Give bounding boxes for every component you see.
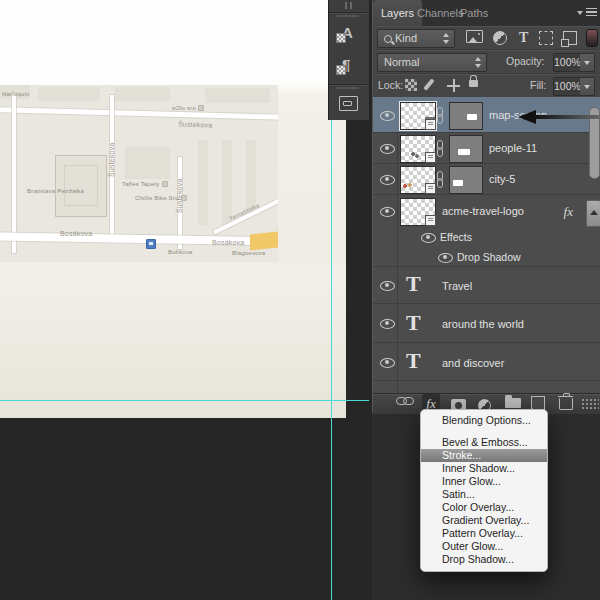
- filter-type-layers-icon[interactable]: T: [519, 31, 528, 45]
- lock-all-icon[interactable]: [469, 74, 478, 87]
- map-building: [55, 155, 107, 217]
- layer-row-city-5[interactable]: city-5: [373, 164, 600, 195]
- mask-link-icon[interactable]: [437, 140, 444, 157]
- collapse-effects-button[interactable]: [586, 200, 600, 227]
- layer-row-around-the-world[interactable]: T around the world: [373, 304, 600, 343]
- map-image-layer: Harlequin sOlo sro Šustekova Šustekova Š…: [0, 85, 278, 262]
- filter-smart-objects-icon[interactable]: [563, 31, 577, 45]
- layer-mask-thumbnail[interactable]: [449, 102, 483, 130]
- menu-item-color-overlay[interactable]: Color Overlay...: [421, 501, 547, 514]
- dock-divider: [329, 84, 369, 86]
- menu-item-bevel-emboss[interactable]: Bevel & Emboss...: [421, 436, 547, 449]
- layer-name[interactable]: acme-travel-logo: [442, 205, 524, 217]
- delete-layer-button[interactable]: [559, 394, 573, 410]
- document-canvas[interactable]: Harlequin sOlo sro Šustekova Šustekova Š…: [0, 0, 346, 418]
- visibility-eye-icon[interactable]: [380, 281, 395, 291]
- layer-thumbnail[interactable]: [400, 198, 436, 226]
- link-icon: [396, 397, 414, 405]
- layer-filter-row: Kind T: [373, 26, 600, 50]
- layer-mask-thumbnail[interactable]: [449, 135, 483, 163]
- menu-item-gradient-overlay[interactable]: Gradient Overlay...: [421, 514, 547, 527]
- menu-separator: [421, 427, 547, 436]
- lock-position-icon[interactable]: [447, 79, 460, 92]
- menu-item-inner-glow[interactable]: Inner Glow...: [421, 475, 547, 488]
- dropdown-arrows-icon: [475, 57, 482, 68]
- layer-fx-badge[interactable]: fx: [564, 204, 573, 220]
- visibility-eye-icon[interactable]: [380, 358, 395, 368]
- filter-toggle-switch[interactable]: [586, 29, 598, 47]
- mask-link-icon[interactable]: [437, 107, 444, 124]
- tab-paths[interactable]: Paths: [452, 0, 496, 26]
- visibility-eye-icon[interactable]: [421, 233, 436, 243]
- layer-name[interactable]: city-5: [489, 173, 515, 185]
- filter-kind-dropdown[interactable]: Kind: [377, 29, 455, 48]
- filter-shape-layers-icon[interactable]: [539, 31, 553, 45]
- filter-adjustment-layers-icon[interactable]: [493, 31, 507, 45]
- menu-item-outer-glow[interactable]: Outer Glow...: [421, 540, 547, 553]
- menu-item-pattern-overlay[interactable]: Pattern Overlay...: [421, 527, 547, 540]
- visibility-eye-icon[interactable]: [438, 253, 453, 263]
- effect-row-drop-shadow[interactable]: Drop Shadow: [373, 247, 600, 267]
- layer-thumbnail[interactable]: [400, 166, 436, 194]
- layer-name[interactable]: Travel: [442, 280, 472, 292]
- lock-transparent-pixels-icon[interactable]: [405, 79, 417, 91]
- opacity-value[interactable]: 100%: [553, 53, 581, 72]
- menu-item-blending-options[interactable]: Blending Options...: [421, 414, 547, 427]
- trash-icon: [559, 398, 573, 410]
- fill-dropdown-arrow[interactable]: [580, 77, 595, 96]
- annotation-arrow: [514, 105, 600, 129]
- map-road-left: [12, 93, 16, 253]
- layer-name[interactable]: and discover: [442, 357, 504, 369]
- paragraph-styles-panel-icon[interactable]: ¶: [342, 56, 350, 74]
- layer-name[interactable]: around the world: [442, 318, 524, 330]
- menu-item-satin[interactable]: Satin...: [421, 488, 547, 501]
- layer-row-and-discover[interactable]: T and discover: [373, 343, 600, 381]
- character-styles-panel-icon[interactable]: A: [342, 24, 353, 42]
- smart-object-badge-icon: [425, 152, 436, 163]
- panel-menu-icon[interactable]: [577, 8, 597, 18]
- layer-name[interactable]: people-11: [489, 142, 537, 154]
- map-label-building: Bratislava Petržalka: [27, 188, 84, 194]
- visibility-eye-icon[interactable]: [380, 207, 395, 217]
- layer-row-people-11[interactable]: people-11: [373, 133, 600, 164]
- lock-image-pixels-icon[interactable]: [427, 78, 431, 91]
- visibility-eye-icon[interactable]: [380, 175, 395, 185]
- transit-station-icon: [146, 239, 156, 249]
- mask-link-icon[interactable]: [437, 171, 444, 188]
- map-block: [198, 140, 208, 225]
- layer-thumbnail[interactable]: [400, 102, 436, 130]
- layer-row-travel[interactable]: T Travel: [373, 267, 600, 304]
- map-building-court: [64, 165, 98, 206]
- fill-value[interactable]: 100%: [553, 77, 581, 96]
- poi-marker-icon: [198, 105, 204, 111]
- smart-object-badge-icon: [425, 119, 436, 130]
- layer-row-acme-travel-logo[interactable]: acme-travel-logo fx: [373, 195, 600, 227]
- filter-pixel-layers-icon[interactable]: [466, 30, 483, 43]
- type-layer-icon: T: [406, 312, 421, 334]
- opacity-dropdown-arrow[interactable]: [580, 53, 595, 72]
- type-layer-icon: T: [406, 273, 421, 295]
- panel-resize-grip[interactable]: [581, 398, 599, 411]
- dock-grip-dots[interactable]: [337, 87, 361, 89]
- layer-thumbnail[interactable]: [400, 135, 436, 163]
- visibility-eye-icon[interactable]: [380, 319, 395, 329]
- visibility-eye-icon[interactable]: [380, 144, 395, 154]
- libraries-panel-icon[interactable]: [339, 96, 358, 111]
- layer-mask-thumbnail[interactable]: [449, 166, 483, 194]
- visibility-eye-icon[interactable]: [380, 111, 395, 121]
- dock-grip[interactable]: [344, 2, 354, 9]
- menu-item-inner-shadow[interactable]: Inner Shadow...: [421, 462, 547, 475]
- horizontal-guide[interactable]: [0, 400, 369, 401]
- vertical-guide[interactable]: [331, 120, 332, 600]
- blend-mode-dropdown[interactable]: Normal: [377, 53, 487, 72]
- panel-tab-bar: Layers Channels Paths: [373, 0, 600, 27]
- map-label-poi: Chillis Bike Sro: [135, 195, 187, 201]
- dock-grip-dots[interactable]: [337, 15, 361, 17]
- effects-header-row[interactable]: Effects: [373, 227, 600, 247]
- new-group-button[interactable]: [505, 394, 521, 408]
- menu-item-drop-shadow[interactable]: Drop Shadow...: [421, 553, 547, 566]
- effect-label: Drop Shadow: [457, 251, 521, 263]
- menu-item-stroke[interactable]: Stroke...: [421, 449, 547, 462]
- link-layers-button[interactable]: [396, 394, 414, 405]
- map-label-road: Šustekova: [178, 120, 213, 128]
